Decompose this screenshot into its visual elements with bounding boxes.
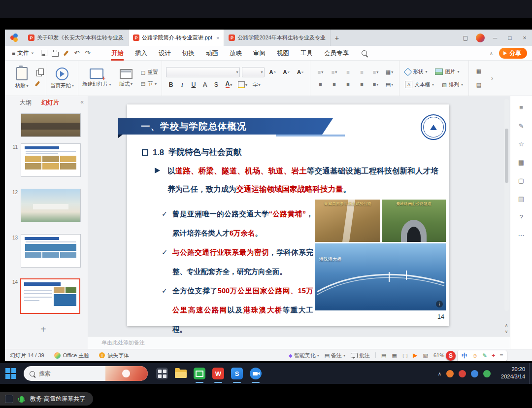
document-tab-3[interactable]: P 公路学院2024年本科生转专业及专业 [224,30,330,46]
comments-button[interactable]: 批注 [351,352,370,359]
next-slide-button[interactable]: ∨ [505,329,508,334]
ribbon-tab-member[interactable]: 会员专享 [319,46,354,61]
redo-button[interactable]: ↷ [83,48,93,58]
close-button[interactable]: × [517,30,532,46]
ribbon-tab-review[interactable]: 审阅 [248,46,271,61]
format-painter-button[interactable] [61,48,71,58]
ime-mode-chinese[interactable]: 中 [462,352,467,360]
slide-sorter-view-button[interactable]: ▦ [392,352,397,359]
add-slide-button[interactable]: + [40,324,46,335]
scrollbar-thumb[interactable] [505,129,508,183]
reset-button[interactable]: ▢ 重置 [141,69,158,76]
text-direction-button[interactable]: ▤▾ [383,80,395,89]
new-slide-button[interactable]: 新建幻灯片▾ [82,68,111,88]
ime-pen-icon[interactable]: ✎ [482,352,487,359]
show-desktop-button[interactable] [529,363,532,384]
picture-button[interactable]: 图片 ▾ [433,67,461,77]
clear-format-button[interactable]: A× [294,68,306,77]
play-from-current-button[interactable]: 当页开始▾ [50,68,74,89]
bold-button[interactable]: B [166,80,175,90]
section-button[interactable]: ▤ 节 ▾ [141,80,158,87]
chart-button[interactable]: ▦ [473,67,485,76]
theme-button[interactable]: Office 主题 [54,352,90,359]
table-button[interactable]: ▤ [473,80,485,90]
tray-expand-icon[interactable]: ∧ [438,371,441,376]
ribbon-tab-tools[interactable]: 工具 [295,46,318,61]
arrange-button[interactable]: ▧ 排列 ▾ [440,79,465,90]
edit-pane-icon[interactable]: ✎ [519,122,524,130]
user-avatar[interactable] [473,30,488,46]
taskbar-app-explorer[interactable] [171,363,190,384]
taskbar-search[interactable]: 搜索 [24,366,148,381]
align-left-button[interactable]: ≡ [314,80,326,89]
increase-font-button[interactable]: A∧ [266,68,278,77]
start-button[interactable] [0,363,22,384]
save-button[interactable] [39,48,49,58]
notes-toggle-button[interactable]: ▤ 备注 ▾ [325,352,345,359]
missing-font-button[interactable]: ! 缺失字体 [99,352,129,359]
search-button[interactable] [359,48,370,59]
distribute-button[interactable]: ≡▾ [369,80,381,89]
info-icon[interactable]: i [436,301,443,307]
undo-button[interactable]: ↶ [72,48,82,58]
favorites-pane-icon[interactable]: ☆ [518,140,524,148]
slideshow-play-button[interactable]: ▶ [413,352,417,359]
underline-button[interactable]: U [189,80,198,90]
font-color-button[interactable]: A▾ [223,80,234,90]
smart-beautify-button[interactable]: ◆ 智能美化 ▾ [289,352,319,359]
ribbon-expand-button[interactable]: › [489,74,496,82]
new-tab-button[interactable]: + [331,34,343,42]
slide-14[interactable]: 一、学校与学院总体概况 1.8 学院特色与社会贡献 以道路、桥梁、隧道、机场、轨… [127,104,449,326]
ime-logo[interactable]: S [446,351,456,361]
tab-slides[interactable]: 幻灯片 [41,99,59,107]
notes-bar[interactable]: 单击此处添加备注 [88,336,510,349]
window-layout-button[interactable]: ▢ [458,30,473,46]
tray-icon-1[interactable] [446,370,454,377]
screen-share-indicator[interactable]: 教务-高雪的屏幕共享 [0,392,93,406]
font-name-combo[interactable]: ▾ [166,67,240,77]
tray-icon-4[interactable] [483,370,491,377]
ribbon-tab-slideshow[interactable]: 放映 [224,46,247,61]
collapse-ribbon-icon[interactable]: ∧ [490,51,493,56]
zoom-level[interactable]: 61% [433,352,444,358]
notes-pane-icon[interactable]: ▤ [518,195,524,203]
tray-icon-3[interactable] [471,370,478,377]
paste-button[interactable]: 粘贴▾ [11,67,33,89]
taskbar-app-meeting[interactable] [246,363,265,384]
indent-decrease-button[interactable]: ≡ [342,68,354,77]
bullets-button[interactable]: ≡▾ [314,68,326,77]
numbering-button[interactable]: ≡▾ [328,68,340,77]
previous-slide-button[interactable]: ∧ [505,323,508,328]
tab-close-icon[interactable]: × [216,35,219,41]
canvas-scrollbar[interactable] [504,99,509,311]
ime-emoji-icon[interactable]: ☺ [472,352,478,359]
ribbon-tab-animation[interactable]: 动画 [200,46,224,61]
italic-button[interactable]: I [177,80,187,90]
text-shadow-button[interactable]: A [200,80,209,90]
font-size-combo[interactable]: ▾ [242,67,265,77]
file-menu-button[interactable]: ≡ 文件 ∨ [5,49,39,57]
layout-button[interactable]: 版式▾ [115,69,137,88]
align-center-button[interactable]: ≡ [328,80,340,89]
taskbar-app-seewo[interactable]: S [228,363,246,384]
character-tools-button[interactable]: 字▾ [250,80,262,90]
help-pane-icon[interactable]: ? [519,213,523,221]
align-right-button[interactable]: ≡ [342,80,354,89]
line-spacing-button[interactable]: ≡▾ [369,68,381,77]
ribbon-tab-design[interactable]: 设计 [153,46,176,61]
more-pane-icon[interactable]: ⋯ [518,232,525,239]
taskbar-app-widgets[interactable] [153,363,171,384]
reading-view-button[interactable]: ▢ [402,352,407,359]
ribbon-tab-insert[interactable]: 插入 [130,46,153,61]
taskbar-clock[interactable]: 20:20 2024/3/14 [501,366,525,380]
collapse-panel-icon[interactable]: « [80,99,84,105]
maximize-button[interactable]: □ [502,30,517,46]
properties-pane-icon[interactable]: ≡ [519,104,523,111]
taskbar-app-whiteboard[interactable] [190,363,209,384]
highlight-color-button[interactable]: ▾ [236,80,248,90]
columns-button[interactable]: ▦▾ [383,68,395,77]
normal-view-button[interactable]: ▤ [381,352,386,359]
minimize-button[interactable]: ─ [488,30,502,46]
ribbon-tab-transition[interactable]: 切换 [177,46,200,61]
format-painter-small-button[interactable] [35,81,40,87]
